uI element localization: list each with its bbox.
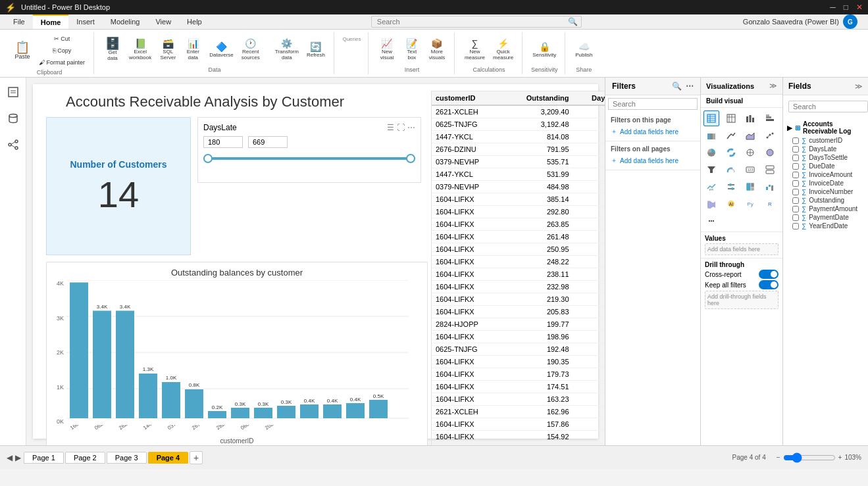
- field-invoicedate[interactable]: ∑ InvoiceDate: [783, 179, 868, 187]
- viz-icon-slicer[interactable]: [723, 179, 739, 195]
- slicer-left-thumb[interactable]: [203, 154, 213, 163]
- zoom-control[interactable]: − + 103%: [777, 452, 861, 463]
- sidebar-report-icon[interactable]: [4, 83, 22, 101]
- slicer-min-input[interactable]: [203, 136, 243, 148]
- page-tab-4[interactable]: Page 4: [148, 452, 188, 464]
- kpi-card[interactable]: Number of Customers 14: [46, 117, 191, 255]
- sensitivity-button[interactable]: 🔒 Sensitivity: [529, 39, 559, 60]
- publish-button[interactable]: ☁️ Publish: [572, 39, 596, 60]
- viz-icon-pie-chart[interactable]: [703, 145, 719, 160]
- keep-filters-toggle[interactable]: [759, 280, 779, 289]
- slicer-right-thumb[interactable]: [406, 154, 415, 163]
- filters-expand-icon[interactable]: ⋯: [686, 82, 694, 91]
- maximize-btn[interactable]: □: [844, 3, 848, 12]
- viz-icon-scatter[interactable]: [762, 128, 778, 143]
- next-page-btn[interactable]: ▶: [15, 453, 21, 462]
- add-data-fields-page-btn[interactable]: ＋ Add data fields here: [605, 125, 700, 138]
- tab-help[interactable]: Help: [179, 14, 210, 29]
- cross-report-toggle[interactable]: [759, 270, 779, 279]
- viz-icon-treemap[interactable]: [742, 179, 758, 195]
- bar-0688-xnuro[interactable]: [231, 408, 249, 418]
- viz-icon-more[interactable]: [703, 213, 719, 229]
- filters-header-icons[interactable]: 🔍 ⋯: [672, 82, 694, 91]
- field-duedate[interactable]: ∑ DueDate: [783, 162, 868, 170]
- viz-icon-bar-chart[interactable]: [742, 110, 758, 126]
- viz-icon-waterfall[interactable]: [762, 179, 778, 195]
- field-paymentdate[interactable]: ∑ PaymentDate: [783, 213, 868, 222]
- tab-home[interactable]: Home: [33, 14, 69, 29]
- bar-0379-nevhp[interactable]: [162, 382, 180, 418]
- bar-2824-hjopp[interactable]: [208, 411, 226, 418]
- bar-2447-jcfgw[interactable]: [323, 404, 342, 418]
- new-measure-button[interactable]: ∑ Newmeasure: [461, 36, 488, 62]
- more-visuals-button[interactable]: 📦 Morevisuals: [425, 36, 449, 62]
- format-painter-button[interactable]: 🖌 Format painter: [36, 57, 88, 68]
- recent-sources-button[interactable]: 🕐 Recentsources: [238, 36, 263, 62]
- add-data-fields-values-btn[interactable]: Add data fields here: [705, 243, 779, 255]
- col-dayslate[interactable]: DaysLate: [573, 91, 605, 105]
- page-tab-2[interactable]: Page 2: [65, 452, 105, 464]
- col-customerid[interactable]: customerID: [432, 91, 503, 105]
- bar-2687-xwama[interactable]: [346, 403, 365, 418]
- field-dayslate[interactable]: ∑ DaysLate: [783, 145, 868, 153]
- sql-button[interactable]: 🗃️ SQLServer: [156, 36, 180, 62]
- fields-expand-btn[interactable]: ≫: [855, 82, 863, 91]
- viz-icon-py[interactable]: Py: [742, 196, 758, 212]
- dataverse-button[interactable]: 🔷 Dataverse: [206, 39, 236, 60]
- quick-measure-button[interactable]: ⚡ Quickmeasure: [490, 36, 517, 62]
- tab-view[interactable]: View: [147, 14, 179, 29]
- sidebar-model-icon[interactable]: [4, 135, 22, 154]
- slicer-controls[interactable]: ☰ ⛶ ⋯: [387, 123, 415, 132]
- viz-icon-area-chart[interactable]: [742, 128, 758, 143]
- filters-search-input[interactable]: [608, 98, 698, 110]
- viz-icon-funnel[interactable]: [703, 162, 719, 178]
- minimize-btn[interactable]: ─: [830, 3, 836, 12]
- bar-1447-yzcl[interactable]: [139, 374, 157, 418]
- get-data-button[interactable]: 🗄️ Getdata: [101, 36, 124, 63]
- page-tab-1[interactable]: Page 1: [24, 452, 64, 464]
- refresh-button[interactable]: 🔄 Refresh: [303, 39, 328, 60]
- tab-insert[interactable]: Insert: [68, 14, 103, 29]
- sidebar-data-icon[interactable]: [4, 109, 22, 128]
- bar-2820-xoasb[interactable]: [369, 400, 388, 418]
- col-outstanding[interactable]: Outstanding: [503, 91, 573, 105]
- field-daystosettle[interactable]: ∑ DaysToSettle: [783, 153, 868, 162]
- slicer-filter-icon[interactable]: ☰: [387, 123, 394, 132]
- viz-icon-100pct-bar[interactable]: [703, 128, 719, 143]
- field-paymentamount[interactable]: ∑ PaymentAmount: [783, 205, 868, 213]
- zoom-in-btn[interactable]: +: [838, 454, 842, 461]
- viz-icon-map[interactable]: [742, 145, 758, 160]
- bar-2026-xlber[interactable]: [254, 408, 272, 418]
- slicer-card[interactable]: DaysLate ☰ ⛶ ⋯: [197, 117, 421, 183]
- excel-button[interactable]: 📗 Excelworkbook: [126, 36, 155, 62]
- transform-data-button[interactable]: ⚙️ Transformdata: [272, 36, 302, 62]
- copy-button[interactable]: ⎘ Copy: [36, 45, 88, 56]
- enter-data-button[interactable]: 📊 Enterdata: [181, 36, 205, 62]
- search-input[interactable]: [371, 16, 582, 28]
- bar-2621-xcleh[interactable]: [116, 311, 134, 419]
- add-drill-fields-btn[interactable]: Add drill-through fields here: [705, 291, 779, 309]
- add-page-btn[interactable]: +: [190, 451, 203, 464]
- zoom-out-btn[interactable]: −: [777, 454, 780, 461]
- viz-icon-table[interactable]: [703, 110, 719, 126]
- viz-icon-line-chart[interactable]: [723, 128, 739, 143]
- viz-icon-donut[interactable]: [723, 145, 739, 160]
- new-visual-button[interactable]: 📈 Newvisual: [375, 36, 399, 62]
- cut-button[interactable]: ✂ Cut: [36, 34, 88, 44]
- zoom-slider[interactable]: [783, 452, 836, 463]
- field-yearenddate[interactable]: ∑ YearEndDate: [783, 222, 868, 230]
- add-data-fields-all-btn[interactable]: ＋ Add data fields here: [605, 154, 700, 167]
- field-outstanding[interactable]: ∑ Outstanding: [783, 196, 868, 205]
- slicer-more-icon[interactable]: ⋯: [407, 123, 415, 132]
- viz-expand-btn[interactable]: ≫: [769, 82, 777, 90]
- bar-3125-hudla[interactable]: [277, 406, 295, 418]
- fields-search-input[interactable]: [788, 101, 868, 112]
- bar-2676-dzinu[interactable]: [185, 389, 203, 418]
- page-tab-3[interactable]: Page 3: [107, 452, 147, 464]
- viz-icon-multirow-card[interactable]: [762, 162, 778, 178]
- close-btn[interactable]: ✕: [856, 3, 863, 12]
- field-invoiceamount[interactable]: ∑ InvoiceAmount: [783, 170, 868, 179]
- field-customerid[interactable]: ∑ customerID: [783, 136, 868, 145]
- bar-0625-tnjfg[interactable]: [93, 311, 111, 419]
- fields-section-header[interactable]: ▶ ⊞ Accounts Receivable Log: [783, 119, 868, 136]
